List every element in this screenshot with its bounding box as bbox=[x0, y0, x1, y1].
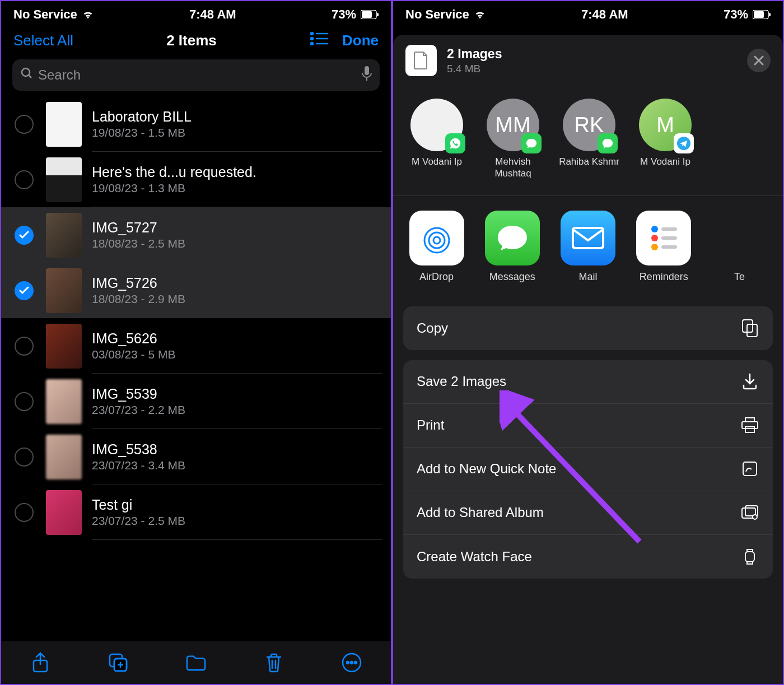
file-row[interactable]: IMG_5726 18/08/23 - 2.9 MB bbox=[1, 263, 391, 318]
select-checkbox[interactable] bbox=[15, 115, 34, 134]
sheet-thumbnail bbox=[405, 45, 437, 76]
battery-text: 73% bbox=[724, 7, 748, 22]
contact-avatar bbox=[410, 99, 463, 151]
action-copy[interactable]: Copy bbox=[403, 306, 773, 350]
svg-point-21 bbox=[351, 661, 353, 664]
share-button[interactable] bbox=[30, 652, 51, 673]
svg-rect-2 bbox=[377, 13, 379, 16]
folder-button[interactable] bbox=[185, 652, 207, 673]
file-thumbnail bbox=[46, 490, 82, 535]
apps-row: AirDrop Messages Mail Reminders Te bbox=[393, 196, 783, 296]
svg-point-30 bbox=[429, 232, 445, 248]
action-print[interactable]: Print bbox=[403, 404, 773, 448]
select-checkbox[interactable] bbox=[15, 503, 34, 522]
contact-item[interactable]: M M Vodani Ip bbox=[634, 99, 697, 180]
file-meta: 19/08/23 - 1.3 MB bbox=[92, 181, 382, 195]
svg-point-3 bbox=[311, 32, 313, 35]
app-name: Reminders bbox=[640, 271, 688, 283]
svg-point-48 bbox=[753, 515, 757, 519]
app-item[interactable]: AirDrop bbox=[405, 211, 468, 283]
contact-name: M Vodani Ip bbox=[412, 156, 462, 167]
trash-button[interactable] bbox=[263, 652, 284, 673]
app-icon bbox=[636, 211, 691, 265]
contact-item[interactable]: M Vodani Ip bbox=[405, 99, 468, 180]
duplicate-button[interactable] bbox=[108, 652, 129, 673]
action-album[interactable]: Add to Shared Album bbox=[403, 491, 773, 535]
nav-title: 2 Items bbox=[166, 32, 217, 49]
file-meta: 23/07/23 - 2.2 MB bbox=[92, 403, 382, 417]
svg-rect-24 bbox=[754, 11, 764, 18]
search-field[interactable]: Search bbox=[12, 59, 380, 91]
svg-rect-25 bbox=[769, 13, 771, 16]
mic-icon[interactable] bbox=[362, 66, 372, 84]
contact-item[interactable]: MM Mehvish Mushtaq bbox=[482, 99, 544, 180]
file-row[interactable]: Laboratory BILL 19/08/23 - 1.5 MB bbox=[1, 96, 391, 152]
action-note[interactable]: Add to New Quick Note bbox=[403, 448, 773, 491]
action-label: Save 2 Images bbox=[417, 374, 506, 389]
select-checkbox[interactable] bbox=[15, 448, 34, 467]
app-item[interactable]: Mail bbox=[557, 211, 619, 283]
file-meta: 23/07/23 - 2.5 MB bbox=[92, 514, 382, 528]
file-row[interactable]: Here's the d...u requested. 19/08/23 - 1… bbox=[1, 152, 391, 207]
share-sheet-header: 2 Images 5.4 MB bbox=[393, 35, 783, 86]
svg-rect-37 bbox=[661, 236, 677, 240]
svg-point-9 bbox=[22, 68, 30, 76]
file-meta: 18/08/23 - 2.9 MB bbox=[92, 292, 382, 306]
select-all-button[interactable]: Select All bbox=[13, 32, 73, 49]
phone-right-share-sheet: No Service 7:48 AM 73% 2 Images 5.4 MB bbox=[392, 0, 784, 685]
search-icon bbox=[20, 67, 34, 83]
svg-rect-1 bbox=[362, 11, 372, 18]
actions-block: Save 2 Images Print Add to New Quick Not… bbox=[403, 360, 773, 579]
svg-rect-11 bbox=[365, 66, 369, 75]
app-item[interactable]: Te bbox=[708, 211, 771, 283]
select-checkbox[interactable] bbox=[15, 392, 34, 411]
download-icon bbox=[740, 372, 759, 391]
file-name: IMG_5539 bbox=[92, 386, 382, 402]
file-name: IMG_5538 bbox=[92, 441, 382, 458]
file-row[interactable]: IMG_5727 18/08/23 - 2.5 MB bbox=[1, 207, 391, 263]
file-thumbnail bbox=[46, 268, 82, 313]
svg-point-7 bbox=[311, 43, 313, 45]
note-icon bbox=[740, 459, 759, 478]
action-download[interactable]: Save 2 Images bbox=[403, 360, 773, 404]
done-button[interactable]: Done bbox=[342, 32, 379, 49]
file-row[interactable]: IMG_5539 23/07/23 - 2.2 MB bbox=[1, 374, 391, 429]
app-item[interactable]: Reminders bbox=[633, 211, 695, 283]
file-name: IMG_5727 bbox=[92, 220, 382, 236]
contact-item[interactable]: RK Rahiba Kshmr bbox=[558, 99, 620, 180]
app-item[interactable]: Messages bbox=[481, 211, 543, 283]
svg-rect-32 bbox=[573, 228, 603, 248]
sheet-subtitle: 5.4 MB bbox=[447, 63, 737, 75]
svg-point-5 bbox=[311, 38, 313, 40]
watch-icon bbox=[740, 547, 759, 566]
file-list: Laboratory BILL 19/08/23 - 1.5 MB Here's… bbox=[1, 96, 391, 662]
battery-icon bbox=[361, 10, 379, 19]
app-icon bbox=[409, 211, 464, 265]
file-meta: 03/08/23 - 5 MB bbox=[92, 348, 382, 361]
app-name: Mail bbox=[579, 271, 598, 283]
svg-rect-39 bbox=[661, 245, 677, 249]
action-watch[interactable]: Create Watch Face bbox=[403, 535, 773, 579]
select-checkbox[interactable] bbox=[15, 281, 34, 300]
select-checkbox[interactable] bbox=[15, 226, 34, 245]
battery-text: 73% bbox=[332, 7, 356, 22]
select-checkbox[interactable] bbox=[15, 337, 34, 356]
status-time: 7:48 AM bbox=[189, 7, 236, 22]
file-row[interactable]: Test gi 23/07/23 - 2.5 MB bbox=[1, 484, 391, 540]
svg-point-22 bbox=[354, 661, 357, 664]
file-thumbnail bbox=[46, 379, 82, 424]
app-name: AirDrop bbox=[419, 271, 454, 283]
actions-primary-block: Copy bbox=[403, 306, 773, 350]
battery-icon bbox=[753, 10, 771, 19]
close-button[interactable] bbox=[747, 49, 771, 72]
file-thumbnail bbox=[46, 435, 82, 479]
select-checkbox[interactable] bbox=[15, 170, 34, 189]
file-row[interactable]: IMG_5626 03/08/23 - 5 MB bbox=[1, 318, 391, 374]
more-button[interactable] bbox=[341, 652, 362, 673]
wifi-icon bbox=[82, 10, 94, 20]
app-icon bbox=[485, 211, 540, 265]
file-name: Laboratory BILL bbox=[92, 109, 382, 125]
app-icon bbox=[712, 211, 767, 265]
list-view-icon[interactable] bbox=[310, 31, 329, 50]
file-row[interactable]: IMG_5538 23/07/23 - 3.4 MB bbox=[1, 429, 391, 484]
